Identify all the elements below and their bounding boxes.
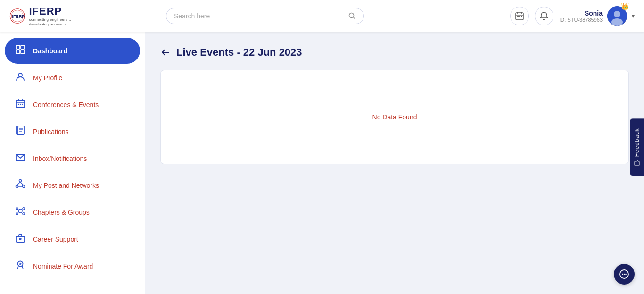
svg-rect-28 [18,126,24,134]
svg-line-37 [20,182,24,185]
publications-icon [14,125,26,138]
logo-sub-text: connecting engineers... developing resea… [29,17,85,26]
logo: IFERP IFERP connecting engineers... deve… [9,5,85,27]
sidebar-label-chapters: Chapters & Groups [33,209,90,216]
chapters-icon [14,206,26,218]
sidebar-label-publications: Publications [33,128,69,135]
page-header: Live Events - 22 Jun 2023 [160,46,629,59]
svg-point-14 [611,18,623,26]
svg-rect-11 [521,16,522,17]
dashboard-icon [14,44,26,57]
svg-point-53 [625,274,627,275]
svg-point-26 [22,104,23,105]
sidebar-label-my-post: My Post and Networks [33,182,99,189]
back-arrow-icon [160,47,171,58]
chat-button[interactable] [614,264,635,285]
sidebar-item-dashboard[interactable]: Dashboard [5,38,140,64]
search-button[interactable] [348,12,356,20]
logo-icon: IFERP [9,5,25,27]
svg-rect-9 [517,16,519,17]
header-right: Sonia ID: STU-38785963 👑 ▾ [510,6,635,26]
svg-rect-16 [21,45,25,49]
svg-point-51 [622,274,623,275]
data-card: No Data Found [160,70,629,164]
svg-line-36 [17,182,20,185]
calendar-button[interactable] [510,7,529,25]
sidebar-label-inbox: Inbox/Notifications [33,155,87,162]
sidebar-item-my-profile[interactable]: My Profile [5,65,140,91]
header: IFERP IFERP connecting engineers... deve… [0,0,644,32]
sidebar-label-nominate: Nominate For Award [33,262,93,270]
svg-point-35 [23,185,25,188]
bell-icon [539,11,549,21]
svg-rect-15 [16,45,20,49]
sidebar-item-inbox[interactable]: Inbox/Notifications [5,145,140,171]
svg-point-34 [16,185,18,188]
crown-badge: 👑 [621,2,629,10]
svg-rect-10 [519,16,520,17]
career-icon [14,233,26,245]
feedback-label: Feedback [634,128,640,157]
main-content: Live Events - 22 Jun 2023 No Data Found [145,32,644,294]
person-icon [14,71,26,84]
user-name: Sonia [559,9,603,17]
search-bar [166,8,364,24]
svg-point-19 [18,73,22,77]
svg-point-13 [614,11,620,17]
user-info: Sonia ID: STU-38785963 [559,9,603,23]
page-title: Live Events - 22 Jun 2023 [176,46,302,59]
user-area[interactable]: Sonia ID: STU-38785963 👑 ▾ [559,6,635,26]
sidebar-item-my-post-networks[interactable]: My Post and Networks [5,172,140,198]
award-icon [14,260,26,272]
feedback-icon [634,160,640,166]
notification-button[interactable] [535,7,553,25]
events-icon [14,98,26,111]
svg-rect-17 [16,50,20,54]
svg-point-33 [19,180,22,182]
sidebar-item-chapters-groups[interactable]: Chapters & Groups [5,199,140,225]
calendar-icon [515,11,524,21]
network-icon [14,179,26,192]
sidebar-label-dashboard: Dashboard [33,47,67,55]
svg-line-4 [354,17,355,19]
sidebar-label-my-profile: My Profile [33,74,62,82]
svg-text:IFERP: IFERP [12,14,25,19]
svg-point-52 [624,274,625,275]
sidebar-item-career-support[interactable]: Career Support [5,226,140,252]
user-dropdown-chevron[interactable]: ▾ [632,13,635,19]
user-id: ID: STU-38785963 [559,17,603,23]
search-icon [348,12,356,20]
feedback-tab[interactable]: Feedback [630,118,644,176]
svg-point-25 [20,104,21,105]
svg-point-40 [16,208,18,210]
svg-point-43 [23,213,25,215]
main-layout: Dashboard My Profile [0,32,644,294]
sidebar-item-conferences-events[interactable]: Conferences & Events [5,92,140,118]
chat-icon [619,269,629,279]
sidebar-item-publications[interactable]: Publications [5,118,140,144]
sidebar-label-conferences: Conferences & Events [33,101,99,109]
svg-rect-18 [21,50,25,54]
sidebar-item-nominate-award[interactable]: Nominate For Award [5,253,140,279]
search-input[interactable] [174,12,345,20]
back-button[interactable] [160,47,171,58]
svg-point-39 [18,209,22,213]
sidebar: Dashboard My Profile [0,32,145,294]
inbox-icon [14,152,26,165]
svg-point-41 [23,208,25,210]
svg-point-42 [16,213,18,215]
svg-point-3 [349,13,354,18]
svg-point-24 [18,104,19,105]
avatar-wrapper: 👑 [607,6,627,26]
logo-text: IFERP connecting engineers... developing… [29,5,85,26]
logo-main-text: IFERP [29,5,85,17]
sidebar-label-career: Career Support [33,235,78,243]
no-data-message: No Data Found [372,113,417,121]
